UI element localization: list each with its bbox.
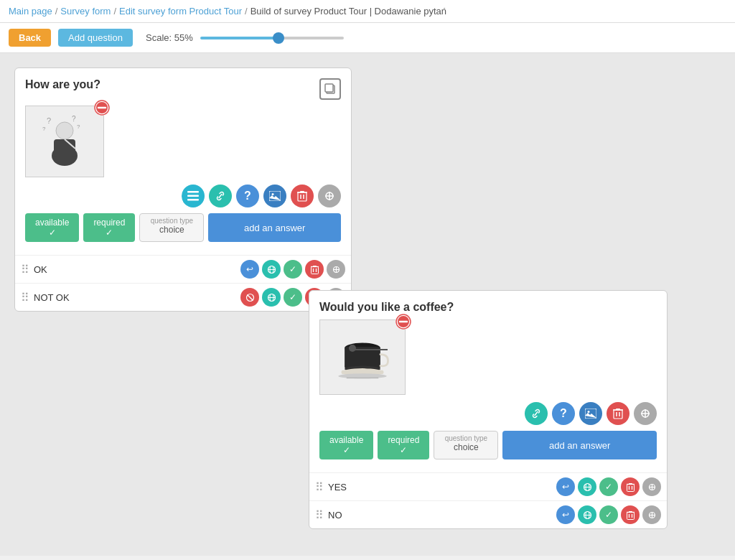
move-btn-2-yes[interactable]	[642, 477, 661, 496]
answer-row-2-no: ⠿ ↩ ✓	[309, 500, 667, 528]
svg-rect-8	[54, 139, 75, 157]
available-btn-2[interactable]: available	[319, 431, 373, 459]
drag-handle-1-ok[interactable]: ⠿	[21, 263, 29, 276]
svg-rect-15	[187, 199, 199, 201]
globe-btn-1-ok[interactable]	[262, 260, 281, 279]
check-btn-2-yes[interactable]: ✓	[599, 477, 618, 496]
trash-btn-2-no[interactable]	[621, 505, 640, 524]
arrow-btn-1-ok[interactable]: ↩	[240, 260, 259, 279]
scale-slider[interactable]	[200, 37, 344, 39]
required-btn-2[interactable]: required	[378, 431, 429, 459]
svg-rect-29	[311, 266, 318, 274]
question-type-btn-1[interactable]: question type choice	[139, 213, 204, 242]
question2-image	[319, 319, 406, 395]
answer-row-2-yes: ⠿ ↩ ✓	[309, 472, 667, 500]
answer-row-1-notok: ⠿ ✓	[15, 283, 351, 311]
remove-image-btn-1[interactable]	[94, 100, 110, 116]
stop-btn-1-notok[interactable]	[240, 288, 259, 307]
answer-input-1-notok[interactable]	[34, 292, 236, 303]
question-type-btn-2[interactable]: question type choice	[434, 431, 498, 459]
answer-input-1-ok[interactable]	[34, 264, 236, 275]
copy-icon-1[interactable]	[319, 78, 341, 100]
svg-point-17	[272, 193, 274, 195]
globe-btn-1-notok[interactable]	[262, 288, 281, 307]
available-btn-1[interactable]: available	[25, 213, 79, 242]
buttons-row-2: available required question type choice …	[319, 431, 657, 459]
check-btn-1-notok[interactable]: ✓	[284, 288, 302, 307]
svg-text:?: ?	[72, 115, 76, 123]
svg-point-62	[588, 411, 590, 413]
move-icon-btn-2[interactable]	[634, 402, 657, 425]
trash-btn-2-yes[interactable]	[621, 477, 640, 496]
add-question-button[interactable]: Add question	[58, 29, 133, 47]
svg-rect-1	[325, 84, 333, 92]
move-btn-2-no[interactable]	[642, 505, 661, 524]
svg-rect-18	[298, 192, 306, 201]
image-icon-btn-1[interactable]	[263, 185, 286, 207]
arrow-btn-2-yes[interactable]: ↩	[556, 477, 575, 496]
question1-title: How are you?	[25, 78, 100, 91]
drag-handle-1-notok[interactable]: ⠿	[21, 291, 29, 304]
svg-rect-14	[187, 195, 199, 197]
question2-image-container	[319, 319, 406, 395]
action-icons-1: ?	[25, 185, 341, 207]
link-icon-btn-1[interactable]	[209, 185, 232, 207]
svg-text:?: ?	[42, 126, 46, 132]
answer-row-1-ok: ⠿ ↩ ✓	[15, 255, 351, 283]
svg-line-38	[247, 294, 253, 300]
move-btn-1-ok[interactable]	[327, 260, 345, 279]
svg-text:?: ?	[77, 123, 80, 130]
list-icon-btn-1[interactable]	[182, 185, 205, 207]
svg-rect-74	[627, 484, 634, 491]
question-icon-btn-1[interactable]: ?	[236, 185, 259, 207]
buttons-row-1: available required question type choice …	[25, 213, 341, 242]
svg-rect-13	[187, 191, 199, 193]
image-icon-btn-2[interactable]	[579, 402, 602, 425]
breadcrumb-main[interactable]: Main page	[9, 6, 52, 17]
link-icon-btn-2[interactable]	[525, 402, 548, 425]
back-button[interactable]: Back	[9, 29, 51, 47]
check-btn-1-ok[interactable]: ✓	[284, 260, 302, 279]
trash-icon-btn-1[interactable]	[291, 185, 314, 207]
required-btn-1[interactable]: required	[83, 213, 135, 242]
question1-image: ? ? ? ?	[25, 106, 104, 177]
connector-line	[352, 349, 388, 350]
canvas: How are you? ? ? ?	[0, 53, 735, 556]
answer-input-2-yes[interactable]	[328, 482, 552, 493]
svg-text:?: ?	[47, 116, 51, 125]
svg-point-2	[56, 122, 73, 139]
breadcrumb-current: Build of survey Product Tour | Dodawanie…	[251, 6, 446, 17]
globe-btn-2-no[interactable]	[578, 505, 596, 524]
svg-rect-63	[614, 410, 622, 419]
trash-btn-1-ok[interactable]	[305, 260, 324, 279]
remove-image-btn-2[interactable]	[395, 314, 411, 330]
svg-rect-85	[627, 512, 634, 519]
add-answer-btn-2[interactable]: add an answer	[502, 431, 657, 459]
question2-title: Would you like a coffee?	[319, 301, 454, 314]
question-card-1: How are you? ? ? ?	[14, 67, 352, 312]
arrow-btn-2-no[interactable]: ↩	[556, 505, 575, 524]
scale-label: Scale: 55%	[146, 32, 193, 43]
answer-input-2-no[interactable]	[328, 510, 552, 521]
drag-handle-2-no[interactable]: ⠿	[315, 508, 324, 522]
breadcrumb-edit-survey[interactable]: Edit survey form Product Tour	[119, 6, 242, 17]
globe-btn-2-yes[interactable]	[578, 477, 596, 496]
action-icons-2: ?	[319, 402, 657, 425]
question1-image-container: ? ? ? ?	[25, 106, 104, 177]
connector-dot	[349, 345, 356, 352]
add-answer-btn-1[interactable]: add an answer	[208, 213, 341, 242]
question-card-2: Would you like a coffee?	[309, 290, 668, 529]
breadcrumb: Main page / Survey form / Edit survey fo…	[0, 0, 735, 23]
drag-handle-2-yes[interactable]: ⠿	[315, 480, 324, 494]
move-icon-btn-1[interactable]	[318, 185, 341, 207]
breadcrumb-survey-form[interactable]: Survey form	[60, 6, 111, 17]
question-icon-btn-2[interactable]: ?	[552, 402, 575, 425]
trash-icon-btn-2[interactable]	[607, 402, 629, 425]
check-btn-2-no[interactable]: ✓	[599, 505, 618, 524]
toolbar: Back Add question Scale: 55%	[0, 23, 735, 53]
